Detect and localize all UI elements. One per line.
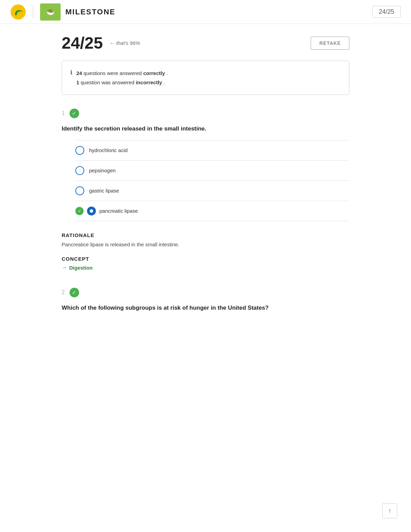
subheader: 24/25 ← that's 96% RETAKE	[0, 24, 411, 52]
main-score: 24/25	[62, 34, 103, 52]
header-score-badge: 24/25	[372, 6, 401, 18]
correct-count: 24	[76, 70, 82, 76]
info-icon: ℹ	[70, 69, 72, 76]
correct-answer-indicator: ✓	[75, 207, 84, 215]
option-label-gastric-lipase: gastric lipase	[89, 188, 119, 194]
option-label-pepsinogen: pepsinogen	[89, 168, 116, 173]
question-1-number: 1	[62, 110, 65, 116]
question-block-2: 2 ✓ Which of the following subgroups is …	[62, 288, 349, 333]
radio-hydrochloric-acid[interactable]	[75, 146, 84, 155]
option-pancreatic-lipase[interactable]: ✓ pancreatic lipase	[75, 201, 349, 221]
rationale-section: RATIONALE Pancreatice lipase is released…	[62, 232, 349, 271]
header-title: MILESTONE	[65, 8, 115, 16]
question-1-header: 1 ✓	[62, 109, 349, 118]
incorrect-bold: incorrectly	[136, 79, 162, 85]
radio-pancreatic-lipase[interactable]	[87, 207, 96, 215]
scroll-top-button[interactable]: ↑	[382, 503, 397, 518]
question-block-1: 1 ✓ Identify the secretion released in t…	[62, 109, 349, 271]
concept-label: CONCEPT	[62, 256, 349, 262]
info-box: ℹ 24 questions were answered correctly .…	[62, 61, 349, 95]
concept-arrow-icon: →	[62, 264, 67, 271]
rationale-text: Pancreatice lipase is released in the sm…	[62, 241, 349, 249]
header-divider	[33, 5, 33, 19]
option-label-hydrochloric-acid: hydrochloric acid	[89, 147, 128, 153]
rationale-label: RATIONALE	[62, 232, 349, 238]
question-2-correct-icon: ✓	[70, 288, 79, 297]
correct-bold: correctly	[143, 70, 165, 76]
retake-button[interactable]: RETAKE	[311, 37, 349, 50]
concept-link-digestion[interactable]: → Digestion	[62, 264, 92, 271]
question-1-correct-icon: ✓	[70, 109, 79, 118]
concept-link-text: Digestion	[69, 265, 92, 271]
question-2-header: 2 ✓	[62, 288, 349, 297]
option-gastric-lipase[interactable]: gastric lipase	[75, 181, 349, 201]
option-pepsinogen[interactable]: pepsinogen	[75, 160, 349, 181]
incorrect-text: question was answered	[81, 79, 136, 85]
question-2-number: 2	[62, 289, 65, 296]
header: 🥗 MILESTONE 24/25	[0, 0, 411, 24]
incorrect-info-line: 1 question was answered incorrectly .	[76, 78, 168, 87]
option-label-pancreatic-lipase: pancreatic lipase	[99, 208, 138, 214]
option-hydrochloric-acid[interactable]: hydrochloric acid	[75, 140, 349, 160]
radio-pepsinogen[interactable]	[75, 166, 84, 175]
radio-gastric-lipase[interactable]	[75, 186, 84, 195]
scroll-top-icon: ↑	[388, 507, 391, 515]
correct-text: questions were answered	[84, 70, 143, 76]
question-1-options: hydrochloric acid pepsinogen gastric lip…	[75, 140, 349, 221]
incorrect-count: 1	[76, 79, 79, 85]
milestone-image: 🥗	[40, 3, 61, 21]
info-text: 24 questions were answered correctly . 1…	[76, 69, 168, 87]
question-2-text: Which of the following subgroups is at r…	[62, 304, 349, 312]
sprout-logo	[10, 4, 26, 20]
question-1-text: Identify the secretion released in the s…	[62, 124, 349, 133]
correct-info-line: 24 questions were answered correctly .	[76, 69, 168, 78]
score-annotation: ← that's 96%	[110, 40, 140, 46]
